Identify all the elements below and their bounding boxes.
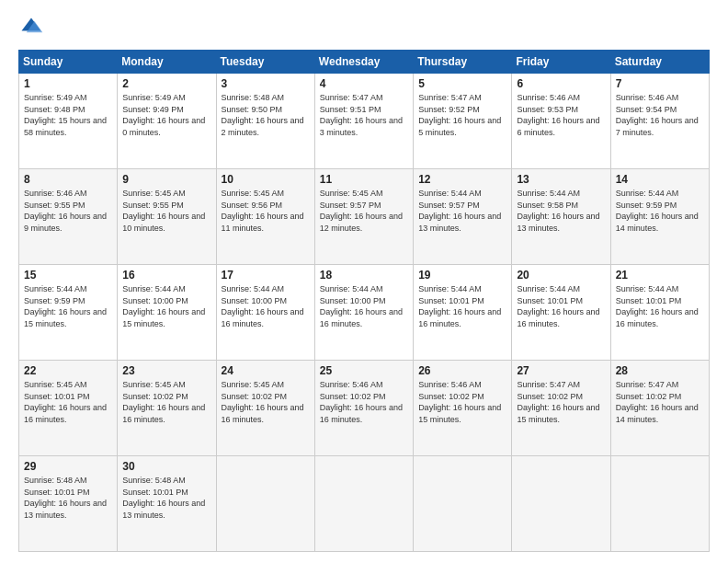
cell-content: Sunrise: 5:44 AMSunset: 9:59 PMDaylight:… [24, 284, 107, 328]
day-number: 15 [24, 269, 112, 282]
calendar-cell: 16 Sunrise: 5:44 AMSunset: 10:00 PMDayli… [118, 265, 216, 361]
cell-content: Sunrise: 5:46 AMSunset: 9:54 PMDaylight:… [616, 93, 699, 137]
day-number: 1 [24, 77, 112, 90]
day-header: Sunday [19, 51, 118, 74]
cell-content: Sunrise: 5:48 AMSunset: 10:01 PMDaylight… [122, 476, 205, 520]
day-number: 11 [320, 173, 408, 186]
day-header: Tuesday [216, 51, 314, 74]
day-header: Thursday [414, 51, 512, 74]
cell-content: Sunrise: 5:46 AMSunset: 9:55 PMDaylight:… [24, 189, 107, 233]
day-number: 24 [222, 364, 310, 377]
cell-content: Sunrise: 5:48 AMSunset: 9:50 PMDaylight:… [222, 93, 304, 137]
day-number: 13 [517, 173, 605, 186]
cell-content: Sunrise: 5:45 AMSunset: 10:02 PMDaylight… [122, 380, 205, 424]
day-header: Saturday [610, 51, 709, 74]
cell-content: Sunrise: 5:46 AMSunset: 10:02 PMDaylight… [418, 380, 501, 424]
day-number: 7 [616, 77, 704, 90]
calendar-cell: 24 Sunrise: 5:45 AMSunset: 10:02 PMDayli… [216, 361, 314, 456]
calendar-cell: 28 Sunrise: 5:47 AMSunset: 10:02 PMDayli… [610, 361, 709, 456]
calendar-cell: 7 Sunrise: 5:46 AMSunset: 9:54 PMDayligh… [610, 74, 709, 169]
calendar-cell: 23 Sunrise: 5:45 AMSunset: 10:02 PMDayli… [118, 361, 216, 456]
cell-content: Sunrise: 5:44 AMSunset: 9:58 PMDaylight:… [517, 189, 599, 233]
cell-content: Sunrise: 5:46 AMSunset: 10:02 PMDaylight… [320, 380, 403, 424]
logo-icon [18, 15, 44, 40]
header [18, 15, 710, 40]
day-number: 20 [517, 269, 605, 282]
day-number: 19 [418, 269, 506, 282]
calendar-cell [216, 456, 314, 552]
calendar-cell: 25 Sunrise: 5:46 AMSunset: 10:02 PMDayli… [314, 361, 413, 456]
cell-content: Sunrise: 5:48 AMSunset: 10:01 PMDaylight… [24, 476, 107, 520]
day-number: 21 [616, 269, 704, 282]
calendar-cell: 2 Sunrise: 5:49 AMSunset: 9:49 PMDayligh… [118, 74, 216, 169]
calendar-cell: 22 Sunrise: 5:45 AMSunset: 10:01 PMDayli… [19, 361, 118, 456]
cell-content: Sunrise: 5:46 AMSunset: 9:53 PMDaylight:… [517, 93, 599, 137]
calendar-cell [512, 456, 610, 552]
cell-content: Sunrise: 5:44 AMSunset: 10:01 PMDaylight… [418, 284, 501, 328]
day-number: 12 [418, 173, 506, 186]
cell-content: Sunrise: 5:44 AMSunset: 10:00 PMDaylight… [320, 284, 403, 328]
cell-content: Sunrise: 5:45 AMSunset: 9:55 PMDaylight:… [122, 189, 205, 233]
calendar-cell [314, 456, 413, 552]
calendar-cell: 4 Sunrise: 5:47 AMSunset: 9:51 PMDayligh… [314, 74, 413, 169]
cell-content: Sunrise: 5:49 AMSunset: 9:49 PMDaylight:… [122, 93, 205, 137]
logo [18, 15, 48, 40]
day-number: 28 [616, 364, 704, 377]
calendar-cell: 17 Sunrise: 5:44 AMSunset: 10:00 PMDayli… [216, 265, 314, 361]
calendar-cell: 26 Sunrise: 5:46 AMSunset: 10:02 PMDayli… [414, 361, 512, 456]
calendar-cell: 3 Sunrise: 5:48 AMSunset: 9:50 PMDayligh… [216, 74, 314, 169]
day-number: 16 [122, 269, 210, 282]
calendar-cell: 20 Sunrise: 5:44 AMSunset: 10:01 PMDayli… [512, 265, 610, 361]
calendar-cell: 15 Sunrise: 5:44 AMSunset: 9:59 PMDaylig… [19, 265, 118, 361]
day-number: 18 [320, 269, 408, 282]
cell-content: Sunrise: 5:44 AMSunset: 10:01 PMDaylight… [616, 284, 699, 328]
cell-content: Sunrise: 5:47 AMSunset: 9:52 PMDaylight:… [418, 93, 501, 137]
day-header: Wednesday [314, 51, 413, 74]
day-number: 4 [320, 77, 408, 90]
day-number: 3 [222, 77, 310, 90]
calendar-cell [610, 456, 709, 552]
calendar-cell [414, 456, 512, 552]
day-header: Monday [118, 51, 216, 74]
calendar-cell: 5 Sunrise: 5:47 AMSunset: 9:52 PMDayligh… [414, 74, 512, 169]
calendar-cell: 9 Sunrise: 5:45 AMSunset: 9:55 PMDayligh… [118, 169, 216, 265]
calendar-cell: 27 Sunrise: 5:47 AMSunset: 10:02 PMDayli… [512, 361, 610, 456]
day-number: 10 [222, 173, 310, 186]
calendar-cell: 11 Sunrise: 5:45 AMSunset: 9:57 PMDaylig… [314, 169, 413, 265]
cell-content: Sunrise: 5:44 AMSunset: 9:59 PMDaylight:… [616, 189, 699, 233]
day-number: 29 [24, 460, 112, 473]
cell-content: Sunrise: 5:44 AMSunset: 9:57 PMDaylight:… [418, 189, 501, 233]
calendar-cell: 1 Sunrise: 5:49 AMSunset: 9:48 PMDayligh… [19, 74, 118, 169]
day-number: 9 [122, 173, 210, 186]
calendar-cell: 29 Sunrise: 5:48 AMSunset: 10:01 PMDayli… [19, 456, 118, 552]
cell-content: Sunrise: 5:44 AMSunset: 10:00 PMDaylight… [222, 284, 304, 328]
cell-content: Sunrise: 5:44 AMSunset: 10:01 PMDaylight… [517, 284, 599, 328]
calendar-table: SundayMondayTuesdayWednesdayThursdayFrid… [18, 50, 710, 552]
day-number: 27 [517, 364, 605, 377]
cell-content: Sunrise: 5:47 AMSunset: 10:02 PMDaylight… [616, 380, 699, 424]
page: SundayMondayTuesdayWednesdayThursdayFrid… [0, 0, 728, 563]
day-number: 22 [24, 364, 112, 377]
calendar-cell: 21 Sunrise: 5:44 AMSunset: 10:01 PMDayli… [610, 265, 709, 361]
day-number: 25 [320, 364, 408, 377]
day-number: 23 [122, 364, 210, 377]
calendar-cell: 18 Sunrise: 5:44 AMSunset: 10:00 PMDayli… [314, 265, 413, 361]
calendar-cell: 19 Sunrise: 5:44 AMSunset: 10:01 PMDayli… [414, 265, 512, 361]
cell-content: Sunrise: 5:45 AMSunset: 9:56 PMDaylight:… [222, 189, 304, 233]
cell-content: Sunrise: 5:45 AMSunset: 10:01 PMDaylight… [24, 380, 107, 424]
cell-content: Sunrise: 5:47 AMSunset: 10:02 PMDaylight… [517, 380, 599, 424]
calendar-cell: 8 Sunrise: 5:46 AMSunset: 9:55 PMDayligh… [19, 169, 118, 265]
cell-content: Sunrise: 5:45 AMSunset: 10:02 PMDaylight… [222, 380, 304, 424]
cell-content: Sunrise: 5:47 AMSunset: 9:51 PMDaylight:… [320, 93, 403, 137]
day-number: 5 [418, 77, 506, 90]
day-number: 6 [517, 77, 605, 90]
day-number: 14 [616, 173, 704, 186]
calendar-cell: 12 Sunrise: 5:44 AMSunset: 9:57 PMDaylig… [414, 169, 512, 265]
day-number: 26 [418, 364, 506, 377]
calendar-cell: 14 Sunrise: 5:44 AMSunset: 9:59 PMDaylig… [610, 169, 709, 265]
calendar-cell: 30 Sunrise: 5:48 AMSunset: 10:01 PMDayli… [118, 456, 216, 552]
calendar-cell: 13 Sunrise: 5:44 AMSunset: 9:58 PMDaylig… [512, 169, 610, 265]
cell-content: Sunrise: 5:49 AMSunset: 9:48 PMDaylight:… [24, 93, 107, 137]
calendar-cell: 6 Sunrise: 5:46 AMSunset: 9:53 PMDayligh… [512, 74, 610, 169]
calendar-cell: 10 Sunrise: 5:45 AMSunset: 9:56 PMDaylig… [216, 169, 314, 265]
